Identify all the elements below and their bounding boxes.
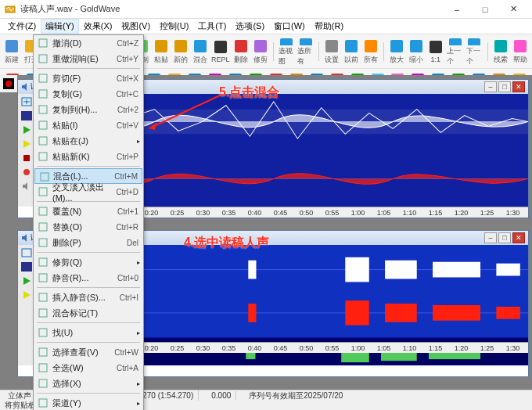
toolbar-新建[interactable]: 新建	[3, 36, 21, 67]
toolbar-混合[interactable]: 混合	[191, 36, 209, 67]
doc1-minimize[interactable]: –	[484, 81, 497, 92]
toolbar-帮助[interactable]: 帮助	[511, 36, 529, 67]
toolbar-选视图[interactable]: 选视图	[278, 36, 296, 67]
svg-rect-11	[214, 41, 227, 53]
toolbar-REPL[interactable]: REPL	[210, 36, 231, 67]
menu-item-icon	[37, 307, 49, 319]
edit-menu-item-17[interactable]: 找(U)▸	[34, 325, 143, 340]
edit-menu-item-5[interactable]: 粘贴(I)Ctrl+V	[34, 117, 143, 133]
toolbar-以前[interactable]: 以前	[343, 36, 361, 67]
edit-menu-item-16[interactable]: 混合标记(T)	[34, 305, 143, 321]
play-selection-icon[interactable]	[20, 289, 34, 301]
ruler-tick: 1:35	[526, 209, 528, 217]
svg-rect-98	[39, 348, 47, 356]
toolbar-新的[interactable]: 新的	[171, 36, 189, 67]
window-titlebar: 读稿人声.wav - GoldWave – □ ✕	[0, 0, 532, 19]
record-button[interactable]	[2, 77, 16, 91]
menu-6[interactable]: 选项(S)	[231, 19, 269, 34]
mute-icon[interactable]	[20, 180, 34, 192]
doc2-minimize[interactable]: –	[484, 232, 497, 243]
edit-menu-item-9[interactable]: 交叉淡入淡出(M)...Ctrl+D	[34, 184, 143, 200]
zoom-fit-icon[interactable]	[20, 95, 34, 108]
play-icon[interactable]	[20, 275, 34, 287]
toolbar-删除[interactable]: 删除	[232, 36, 250, 67]
toolbar-1:1[interactable]: 1:1	[426, 36, 444, 67]
menu-0[interactable]: 文件(Z)	[3, 19, 41, 34]
toolbar-线索[interactable]: 线索	[491, 36, 509, 67]
menu-item-label: 重做混响(E)	[52, 53, 99, 65]
svg-rect-23	[468, 38, 480, 45]
toolbar-设置[interactable]: 设置	[323, 36, 341, 67]
svg-rect-126	[248, 304, 256, 322]
edit-menu-item-20[interactable]: 选择(X)▸	[34, 376, 143, 391]
menu-7[interactable]: 窗口(W)	[269, 19, 310, 34]
edit-menu-item-6[interactable]: 粘贴在(J)▸	[34, 133, 143, 149]
edit-menu-item-21[interactable]: 渠道(Y)▸	[34, 395, 143, 410]
svg-rect-25	[514, 40, 527, 52]
svg-rect-84	[39, 106, 47, 113]
edit-menu-item-13[interactable]: 修剪(Q)▸	[34, 254, 143, 270]
toolbar-粘贴[interactable]: 粘贴	[153, 36, 171, 67]
minimize-button[interactable]: –	[443, 0, 471, 19]
edit-menu-item-12[interactable]: 删除(P)Del	[34, 235, 143, 250]
edit-menu-item-10[interactable]: 覆盖(N)Ctrl+1	[34, 203, 143, 219]
channel-tool-icon[interactable]	[20, 261, 34, 273]
doc1-maximize[interactable]: □	[498, 81, 511, 92]
menu-item-icon	[37, 256, 49, 268]
stop-icon[interactable]	[20, 152, 34, 164]
edit-menu-item-14[interactable]: 静音(R)...Ctrl+0	[34, 270, 143, 286]
menu-8[interactable]: 帮助(R)	[310, 19, 348, 34]
zoom-fit-icon[interactable]	[20, 246, 34, 259]
play-selection-icon[interactable]	[20, 138, 34, 150]
menu-3[interactable]: 视图(V)	[117, 19, 155, 34]
play-icon[interactable]	[20, 124, 34, 136]
svg-rect-24	[494, 40, 507, 52]
edit-menu-item-15[interactable]: 插入静音(S)...Ctrl+I	[34, 290, 143, 305]
menu-2[interactable]: 效果(X)	[79, 19, 117, 34]
menu-item-icon	[37, 150, 49, 163]
maximize-button[interactable]: □	[471, 0, 499, 19]
menu-item-icon	[38, 171, 51, 183]
ruler-tick: 0:45	[268, 209, 293, 217]
toolbar-放大[interactable]: 放大	[388, 36, 406, 67]
svg-rect-119	[248, 261, 256, 279]
edit-menu-item-11[interactable]: 替换(O)Ctrl+R	[34, 219, 143, 235]
toolbar-下一个[interactable]: 下一个	[466, 36, 483, 67]
svg-rect-1	[5, 40, 18, 52]
toolbar-separator	[273, 42, 274, 61]
edit-menu-item-19[interactable]: 全选(W)Ctrl+A	[34, 360, 143, 376]
record-icon[interactable]	[20, 166, 34, 178]
window-title: 读稿人声.wav - GoldWave	[20, 3, 443, 15]
edit-menu-item-18[interactable]: 选择查看(V)Ctrl+W	[34, 344, 143, 360]
edit-menu-item-7[interactable]: 粘贴新(K)Ctrl+P	[34, 149, 143, 164]
edit-menu-item-4[interactable]: 复制到(H)...Ctrl+2	[34, 102, 143, 117]
menu-item-icon	[37, 272, 49, 284]
edit-menu-item-1[interactable]: 重做混响(E)Ctrl+Y	[34, 51, 143, 67]
doc2-maximize[interactable]: □	[498, 232, 511, 243]
toolbar-修剪[interactable]: 修剪	[251, 36, 269, 67]
ruler-tick: 1:25	[474, 344, 500, 352]
ruler-tick: 0:50	[293, 344, 319, 352]
svg-rect-92	[39, 239, 47, 246]
channel-tool-icon[interactable]	[20, 110, 34, 122]
menu-item-label: 渠道(Y)	[52, 397, 81, 409]
menu-item-shortcut: Ctrl+D	[116, 188, 138, 196]
doc1-close[interactable]: ✕	[512, 81, 525, 92]
audio-icon	[21, 82, 31, 92]
doc2-close[interactable]: ✕	[512, 232, 525, 243]
ruler-tick: 1:00	[345, 209, 371, 217]
toolbar-上一个[interactable]: 上一个	[446, 36, 464, 67]
svg-rect-12	[235, 40, 247, 52]
menu-5[interactable]: 工具(T)	[193, 19, 231, 34]
menu-1[interactable]: 编辑(Y)	[41, 19, 79, 34]
close-button[interactable]: ✕	[499, 0, 527, 19]
menu-item-icon	[37, 377, 49, 390]
toolbar-选所有[interactable]: 选所有	[297, 36, 315, 67]
toolbar-缩小[interactable]: 缩小	[408, 36, 426, 67]
svg-rect-83	[39, 90, 47, 98]
toolbar-所有[interactable]: 所有	[361, 36, 379, 67]
edit-menu-item-0[interactable]: 撤消(D)Ctrl+Z	[34, 35, 143, 51]
edit-menu-item-3[interactable]: 复制(G)Ctrl+C	[34, 86, 143, 102]
edit-menu-item-2[interactable]: 剪切(F)Ctrl+X	[34, 70, 143, 86]
menu-4[interactable]: 控制(U)	[155, 19, 193, 34]
